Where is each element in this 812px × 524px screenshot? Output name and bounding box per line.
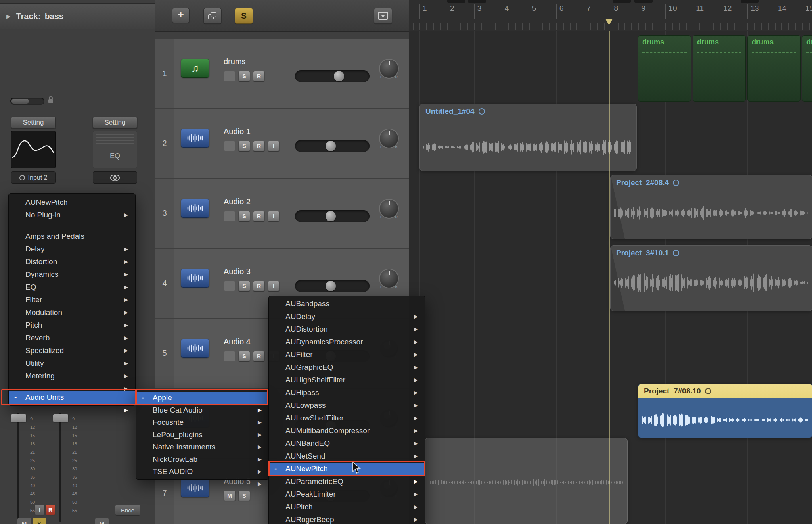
midi-region[interactable]: drums — [693, 35, 746, 102]
solo-button[interactable]: S — [238, 281, 250, 291]
menu-item-aunewpitch[interactable]: AUNewPitch▶ — [9, 196, 135, 209]
volume-knob[interactable] — [326, 141, 336, 151]
menu-item-nickcrowlab[interactable]: NickCrowLab▶ — [136, 453, 269, 465]
channel-fader[interactable]: 91215182125303540455055 — [10, 411, 51, 524]
menu-item-auhighshelffilter[interactable]: AUHighShelfFilter▶ — [269, 374, 425, 386]
stereo-format-button[interactable] — [93, 171, 137, 184]
midi-region[interactable]: drums — [638, 35, 691, 102]
output-setting-button[interactable]: Setting — [93, 117, 137, 129]
menu-item-aubandpass[interactable]: AUBandpass▶ — [269, 298, 425, 310]
record-enable-button[interactable]: R — [253, 281, 265, 291]
output-fader[interactable]: 91215182125303540455055 — [52, 411, 93, 524]
volume-knob[interactable] — [326, 281, 336, 291]
bar-ruler[interactable]: 123456789101112131415 — [409, 0, 812, 31]
volume-slider[interactable] — [295, 210, 370, 222]
menu-item-aumultibandcompressor[interactable]: AUMultibandCompressor▶ — [269, 424, 425, 437]
menu-item-distortion[interactable]: Distortion▶ — [9, 255, 135, 268]
menu-item-delay[interactable]: Delay▶ — [9, 243, 135, 255]
input-monitor-button[interactable]: I — [268, 211, 280, 221]
menu-item-audynamicsprocessor[interactable]: AUDynamicsProcessor▶ — [269, 336, 425, 348]
solo-button[interactable]: S — [238, 351, 250, 361]
output-eq-slot[interactable]: EQ — [93, 131, 137, 168]
input-monitor-button[interactable]: I — [35, 505, 44, 515]
volume-knob[interactable] — [326, 211, 336, 221]
mute-button[interactable]: M — [224, 491, 236, 501]
menu-item-specialized[interactable]: Specialized▶ — [9, 344, 135, 357]
midi-region[interactable]: drums — [747, 35, 801, 102]
menu-item-metering[interactable]: Metering▶ — [9, 370, 135, 382]
volume-slider[interactable] — [295, 70, 370, 82]
input-selector-button[interactable]: Input 2 — [11, 171, 56, 184]
menu-item-amps-and-pedals[interactable]: Amps and Pedals▶ — [9, 230, 135, 243]
menu-item-aupitch[interactable]: AUPitch▶ — [269, 501, 425, 513]
solo-button[interactable]: S — [238, 491, 250, 501]
volume-knob[interactable] — [334, 71, 344, 81]
record-enable-button[interactable]: R — [46, 505, 55, 515]
channel-setting-button[interactable]: Setting — [11, 117, 56, 129]
eq-thumbnail[interactable] — [11, 131, 56, 168]
menu-item-pitch[interactable]: Pitch▶ — [9, 319, 135, 332]
mute-button[interactable] — [224, 351, 236, 361]
record-enable-button[interactable]: R — [253, 141, 265, 151]
solo-button[interactable]: S — [238, 211, 250, 221]
output-mute-button[interactable]: M — [95, 518, 109, 524]
menu-item-tse-audio[interactable]: TSE AUDIO▶ — [136, 465, 269, 478]
menu-item-utility[interactable]: Utility▶ — [9, 357, 135, 370]
menu-item-audistortion[interactable]: AUDistortion▶ — [269, 323, 425, 336]
audio-region[interactable]: Project_2#08.4 — [610, 175, 812, 239]
bounce-button[interactable]: Bnce — [115, 505, 140, 516]
track-inspector-header[interactable]: ▶ Track: bass — [0, 3, 155, 29]
strip-solo-button[interactable]: S — [33, 518, 46, 524]
audio-region[interactable]: Project_3#10.1 — [610, 245, 812, 311]
solo-button[interactable]: S — [238, 141, 250, 151]
input-monitor-button[interactable]: I — [268, 141, 280, 151]
menu-item-auhipass[interactable]: AUHipass▶ — [269, 386, 425, 399]
menu-item-augraphiceq[interactable]: AUGraphicEQ▶ — [269, 361, 425, 374]
track-header-row[interactable]: 2Audio 1SRILR — [155, 109, 409, 178]
menu-item-focusrite[interactable]: Focusrite▶ — [136, 416, 269, 428]
audio-region[interactable]: Untitled_1#04 — [419, 104, 637, 171]
strip-mute-button[interactable]: M — [17, 518, 31, 524]
ghost-audio-region[interactable] — [425, 438, 628, 524]
menu-item-eq[interactable]: EQ▶ — [9, 281, 135, 294]
menu-item-aupeaklimiter[interactable]: AUPeakLimiter▶ — [269, 488, 425, 501]
mute-button[interactable] — [224, 281, 236, 291]
mute-button[interactable] — [224, 141, 236, 151]
selected-audio-region[interactable]: Project_7#08.10 — [638, 384, 812, 438]
menu-item-no-plug-in[interactable]: No Plug-in — [9, 209, 135, 221]
track-header-row[interactable]: 1♫drumsSRLR — [155, 39, 409, 108]
menu-item-aurogerbeep[interactable]: AURogerBeep▶ — [269, 513, 425, 524]
menu-item-blue-cat-audio[interactable]: Blue Cat Audio▶ — [136, 404, 269, 416]
menu-item-aulowshelffilter[interactable]: AULowShelfFilter▶ — [269, 412, 425, 424]
menu-item-reverb[interactable]: Reverb▶ — [9, 332, 135, 344]
track-header-row[interactable]: 3Audio 2SRILR — [155, 179, 409, 248]
record-enable-button[interactable]: R — [253, 211, 265, 221]
pan-knob[interactable]: LR — [379, 129, 399, 148]
record-enable-button[interactable]: R — [253, 71, 265, 81]
menu-item-auparametriceq[interactable]: AUParametricEQ▶ — [269, 475, 425, 488]
menu-item-lepou-plugins[interactable]: LePou_plugins▶ — [136, 428, 269, 441]
pan-knob[interactable]: LR — [379, 199, 399, 219]
mute-button[interactable] — [224, 211, 236, 221]
menu-item-aufilter[interactable]: AUFilter▶ — [269, 348, 425, 361]
input-monitor-button[interactable]: I — [268, 281, 280, 291]
mini-level-slider[interactable] — [10, 98, 44, 105]
menu-item-native-instruments[interactable]: Native Instruments▶ — [136, 441, 269, 453]
menu-item-filter[interactable]: Filter▶ — [9, 294, 135, 306]
mute-button[interactable] — [224, 71, 236, 81]
playhead-marker[interactable] — [605, 19, 613, 25]
menu-item-aulowpass[interactable]: AULowpass▶ — [269, 399, 425, 412]
menu-item-dynamics[interactable]: Dynamics▶ — [9, 268, 135, 281]
midi-region[interactable]: drums — [802, 35, 812, 102]
disclosure-triangle-icon[interactable]: ▶ — [6, 13, 11, 19]
volume-slider[interactable] — [295, 140, 370, 152]
menu-item-aunbandeq[interactable]: AUNBandEQ▶ — [269, 437, 425, 450]
menu-item-audelay[interactable]: AUDelay▶ — [269, 310, 425, 323]
menu-item-modulation[interactable]: Modulation▶ — [9, 306, 135, 319]
arrange-area[interactable]: Untitled_1#04 Project_2#08.4 Project_3#1… — [409, 31, 812, 524]
pan-knob[interactable]: LR — [379, 269, 399, 288]
record-enable-button[interactable]: R — [253, 351, 265, 361]
solo-button[interactable]: S — [238, 71, 250, 81]
volume-slider[interactable] — [295, 280, 370, 292]
pan-knob[interactable]: LR — [379, 59, 399, 79]
